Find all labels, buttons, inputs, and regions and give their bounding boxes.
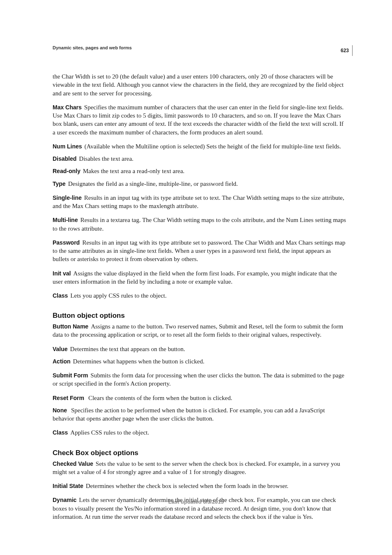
term-password: Password <box>53 239 80 246</box>
text-password: Results in an input tag with its type at… <box>53 239 346 263</box>
text-initial-state: Determines whether the check box is sele… <box>86 483 288 489</box>
term-submit-form: Submit Form <box>53 372 88 379</box>
term-button-name: Button Name <box>53 323 88 330</box>
page-number-ornament: 623 <box>341 45 353 56</box>
term-reset-form: Reset Form <box>53 395 86 401</box>
term-class-2: Class <box>53 429 68 436</box>
text-type: Designates the field as a single-line, m… <box>68 180 238 187</box>
text-num-lines: (Available when the Multiline option is … <box>85 143 341 150</box>
def-init-val: Init valAssigns the value displayed in t… <box>53 269 347 286</box>
text-read-only: Makes the text area a read-only text are… <box>83 168 184 174</box>
def-type: TypeDesignates the field as a single-lin… <box>53 180 347 188</box>
def-read-only: Read-onlyMakes the text area a read-only… <box>53 167 347 175</box>
def-button-name: Button NameAssigns a name to the button.… <box>53 322 347 339</box>
def-none: None Specifies the action to be performe… <box>53 406 347 423</box>
def-action: ActionDetermines what happens when the b… <box>53 357 347 365</box>
def-initial-state: Initial StateDetermines whether the chec… <box>53 482 347 490</box>
term-initial-state: Initial State <box>53 483 83 489</box>
text-multi-line: Results in a textarea tag. The Char Widt… <box>53 217 346 231</box>
def-num-lines: Num Lines(Available when the Multiline o… <box>53 142 347 150</box>
def-class-1: ClassLets you apply CSS rules to the obj… <box>53 291 347 300</box>
text-none: Specifies the action to be performed whe… <box>53 407 325 422</box>
document-page: 623 Dynamic sites, pages and web forms t… <box>0 0 392 555</box>
def-reset-form: Reset Form Clears the contents of the fo… <box>53 394 347 402</box>
term-single-line: Single-line <box>53 194 82 201</box>
text-single-line: Results in an input tag with its type at… <box>53 194 344 209</box>
def-single-line: Single-lineResults in an input tag with … <box>53 194 347 210</box>
page-number: 623 <box>341 48 352 53</box>
term-disabled: Disabled <box>53 155 76 162</box>
term-multi-line: Multi-line <box>53 217 78 223</box>
def-max-chars: Max CharsSpecifies the maximum number of… <box>53 103 347 136</box>
def-disabled: DisabledDisables the text area. <box>53 155 347 163</box>
term-init-val: Init val <box>53 270 71 277</box>
term-max-chars: Max Chars <box>53 104 82 111</box>
def-submit-form: Submit FormSubmits the form data for pro… <box>53 371 347 388</box>
term-checked-value: Checked Value <box>53 460 93 467</box>
body-text: the Char Width is set to 20 (the default… <box>53 72 347 521</box>
text-class-1: Lets you apply CSS rules to the object. <box>70 292 166 299</box>
def-class-2: ClassApplies CSS rules to the object. <box>53 428 347 437</box>
text-action: Determines what happens when the button … <box>73 358 205 365</box>
page-number-rule <box>352 45 353 56</box>
text-value: Determines the text that appears on the … <box>70 346 185 352</box>
running-header: Dynamic sites, pages and web forms <box>53 45 347 50</box>
term-value: Value <box>53 346 68 352</box>
def-password: PasswordResults in an input tag with its… <box>53 238 347 264</box>
def-value: ValueDetermines the text that appears on… <box>53 345 347 353</box>
text-max-chars: Specifies the maximum number of characte… <box>53 104 344 136</box>
def-multi-line: Multi-lineResults in a textarea tag. The… <box>53 216 347 233</box>
term-read-only: Read-only <box>53 168 81 174</box>
text-class-2: Applies CSS rules to the object. <box>70 429 149 436</box>
intro-paragraph: the Char Width is set to 20 (the default… <box>53 72 347 97</box>
heading-checkbox-options: Check Box object options <box>53 449 347 458</box>
term-num-lines: Num Lines <box>53 143 82 150</box>
term-class-1: Class <box>53 292 68 299</box>
text-button-name: Assigns a name to the button. Two reserv… <box>53 323 343 338</box>
heading-button-options: Button object options <box>53 311 347 321</box>
text-reset-form: Clears the contents of the form when the… <box>88 395 232 401</box>
text-submit-form: Submits the form data for processing whe… <box>53 372 344 387</box>
term-action: Action <box>53 358 71 365</box>
text-checked-value: Sets the value to be sent to the server … <box>53 460 340 475</box>
text-disabled: Disables the text area. <box>79 155 133 162</box>
footer-last-updated: Last updated 6/3/2015 <box>0 499 392 505</box>
text-init-val: Assigns the value displayed in the field… <box>53 270 337 285</box>
term-type: Type <box>53 180 66 187</box>
term-none: None <box>53 407 69 414</box>
def-checked-value: Checked ValueSets the value to be sent t… <box>53 460 347 476</box>
